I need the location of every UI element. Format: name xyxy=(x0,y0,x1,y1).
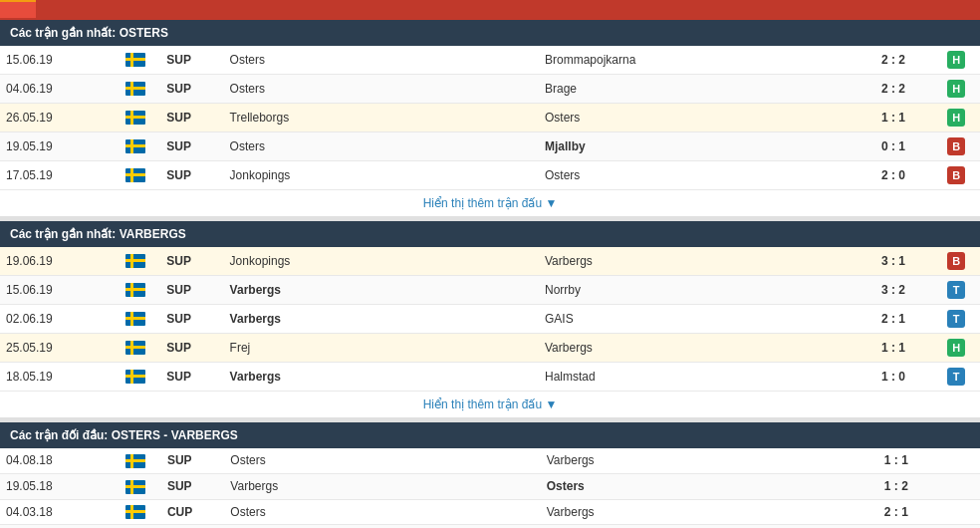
show-more-link[interactable]: Hiển thị thêm trận đấu ▼ xyxy=(0,392,980,418)
result-badge: T xyxy=(932,305,980,334)
match-score: 0 : 1 xyxy=(854,132,932,161)
show-more-anchor[interactable]: Hiển thị thêm trận đấu ▼ xyxy=(423,397,558,411)
match-date: 15.06.19 xyxy=(0,46,111,75)
match-date: 19.05.18 xyxy=(0,473,111,499)
away-team: Varbergs xyxy=(539,247,854,276)
away-team: Osters xyxy=(539,104,854,132)
away-team: Mjallby xyxy=(539,132,854,161)
competition-label: SUP xyxy=(160,75,223,104)
competition-label: SUP xyxy=(160,247,223,276)
table-row: 19.05.19SUPOstersMjallby0 : 1B xyxy=(0,132,980,161)
away-team: GAIS xyxy=(539,305,854,334)
section-header-osters-recent: Các trận gần nhất: OSTERS xyxy=(0,20,980,46)
away-team: Halmstad xyxy=(539,363,854,392)
match-score: 1 : 0 xyxy=(854,363,932,392)
competition-label: SUP xyxy=(160,46,223,75)
show-more-link[interactable]: Hiển thị thêm trận đấu ▼ xyxy=(0,190,980,217)
country-flag xyxy=(111,46,161,75)
result-badge: B xyxy=(932,161,980,190)
country-flag xyxy=(111,75,161,104)
table-row: 04.08.18SUPOstersVarbergs1 : 1 xyxy=(0,448,980,473)
result-badge xyxy=(936,448,981,473)
home-team: Trelleborgs xyxy=(224,104,539,132)
home-team: Varbergs xyxy=(224,276,539,305)
match-date: 17.05.19 xyxy=(0,161,111,190)
table-row: 15.06.19SUPOstersBrommapojkarna2 : 2H xyxy=(0,46,980,75)
match-date: 02.06.19 xyxy=(0,305,111,334)
match-date: 19.05.19 xyxy=(0,132,111,161)
competition-label: SUP xyxy=(160,276,223,305)
competition-label: SUP xyxy=(161,448,224,473)
competition-label: SUP xyxy=(160,104,223,132)
match-date: 15.06.19 xyxy=(0,276,111,305)
table-row: 02.06.19SUPVarbergsGAIS2 : 1T xyxy=(0,305,980,334)
match-score: 1 : 1 xyxy=(854,104,932,132)
table-row: 19.05.18SUPVarbergsOsters1 : 2 xyxy=(0,473,980,499)
home-team: Varbergs xyxy=(224,473,540,499)
match-date: 04.03.18 xyxy=(0,499,111,525)
home-team: Osters xyxy=(224,448,540,473)
competition-label: CUP xyxy=(161,499,224,525)
away-team: Brage xyxy=(539,75,854,104)
match-date: 25.05.19 xyxy=(0,334,111,363)
competition-label: SUP xyxy=(160,305,223,334)
section-header-varbergs-recent: Các trận gần nhất: VARBERGS xyxy=(0,221,980,247)
match-score: 1 : 1 xyxy=(857,448,935,473)
result-badge xyxy=(936,473,981,499)
country-flag xyxy=(111,448,161,473)
table-row: 25.05.19SUPFrejVarbergs1 : 1H xyxy=(0,334,980,363)
match-score: 3 : 2 xyxy=(854,276,932,305)
away-team: Osters xyxy=(541,473,857,499)
match-date: 19.06.19 xyxy=(0,247,111,276)
result-badge: B xyxy=(932,247,980,276)
home-team: Jonkopings xyxy=(224,161,539,190)
result-badge: H xyxy=(932,75,980,104)
home-team: Varbergs xyxy=(224,305,539,334)
match-date: 04.08.18 xyxy=(0,448,111,473)
table-row: 26.05.19SUPTrelleborgsOsters1 : 1H xyxy=(0,104,980,132)
table-row: 18.05.19SUPVarbergsHalmstad1 : 0T xyxy=(0,363,980,392)
country-flag xyxy=(111,363,161,392)
result-badge: B xyxy=(932,132,980,161)
country-flag xyxy=(111,247,161,276)
away-team: Norrby xyxy=(539,276,854,305)
country-flag xyxy=(111,104,161,132)
section-header-head-to-head: Các trận đối đầu: OSTERS - VARBERGS xyxy=(0,422,980,448)
away-team: Varbergs xyxy=(539,334,854,363)
competition-label: SUP xyxy=(160,161,223,190)
tab-home[interactable] xyxy=(36,0,72,18)
match-table-varbergs-recent: 19.06.19SUPJonkopingsVarbergs3 : 1B15.06… xyxy=(0,247,980,392)
match-score: 2 : 1 xyxy=(857,499,935,525)
match-score: 2 : 1 xyxy=(854,305,932,334)
match-score: 2 : 2 xyxy=(854,46,932,75)
match-score: 2 : 2 xyxy=(854,75,932,104)
home-team: Osters xyxy=(224,499,540,525)
away-team: Osters xyxy=(539,161,854,190)
away-team: Brommapojkarna xyxy=(539,46,854,75)
table-row: 15.06.19SUPVarbergsNorrby3 : 2T xyxy=(0,276,980,305)
country-flag xyxy=(111,132,161,161)
show-more-anchor[interactable]: Hiển thị thêm trận đấu ▼ xyxy=(423,196,558,210)
tab-all[interactable] xyxy=(0,0,36,18)
result-badge: T xyxy=(932,363,980,392)
result-badge: T xyxy=(932,276,980,305)
tab-away[interactable] xyxy=(72,0,108,18)
home-team: Frej xyxy=(224,334,539,363)
match-date: 18.05.19 xyxy=(0,363,111,392)
result-badge: H xyxy=(932,104,980,132)
tab-bar xyxy=(0,0,980,20)
home-team: Jonkopings xyxy=(224,247,539,276)
table-row: 19.06.19SUPJonkopingsVarbergs3 : 1B xyxy=(0,247,980,276)
table-row: 04.03.18CUPOstersVarbergs2 : 1 xyxy=(0,499,980,525)
home-team: Varbergs xyxy=(224,363,539,392)
result-badge xyxy=(936,499,981,525)
country-flag xyxy=(111,305,161,334)
country-flag xyxy=(111,161,161,190)
country-flag xyxy=(111,499,161,525)
table-row: 04.06.19SUPOstersBrage2 : 2H xyxy=(0,75,980,104)
competition-label: SUP xyxy=(161,473,224,499)
table-row: 17.05.19SUPJonkopingsOsters2 : 0B xyxy=(0,161,980,190)
match-table-head-to-head: 04.08.18SUPOstersVarbergs1 : 119.05.18SU… xyxy=(0,448,980,528)
home-team: Osters xyxy=(224,46,539,75)
country-flag xyxy=(111,334,161,363)
